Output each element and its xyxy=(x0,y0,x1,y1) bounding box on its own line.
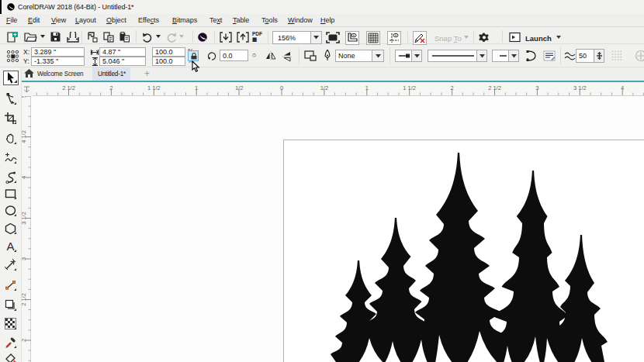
svg-text:1 1/2: 1 1/2 xyxy=(403,84,416,91)
svg-text:3: 3 xyxy=(22,257,27,260)
svg-text:1: 1 xyxy=(195,84,198,91)
svg-text:2: 2 xyxy=(22,339,27,342)
svg-text:1: 1 xyxy=(365,84,369,91)
svg-text:1/2: 1/2 xyxy=(320,84,328,91)
svg-text:2 1/2: 2 1/2 xyxy=(22,293,27,306)
svg-text:2: 2 xyxy=(109,84,113,91)
svg-text:3: 3 xyxy=(535,84,538,91)
svg-text:0: 0 xyxy=(280,84,283,91)
svg-text:4: 4 xyxy=(22,176,27,179)
svg-text:5: 5 xyxy=(22,96,27,98)
svg-text:2 1/2: 2 1/2 xyxy=(62,84,75,91)
svg-text:1 1/2: 1 1/2 xyxy=(147,84,161,91)
svg-text:2: 2 xyxy=(451,84,454,91)
svg-text:1/2: 1/2 xyxy=(235,84,243,91)
svg-text:3 1/2: 3 1/2 xyxy=(573,84,587,91)
svg-text:4: 4 xyxy=(621,84,624,91)
svg-text:4 1/2: 4 1/2 xyxy=(22,130,27,143)
svg-text:3 1/2: 3 1/2 xyxy=(22,212,27,225)
svg-text:2 1/2: 2 1/2 xyxy=(488,84,501,91)
svg-text:A: A xyxy=(6,240,14,253)
